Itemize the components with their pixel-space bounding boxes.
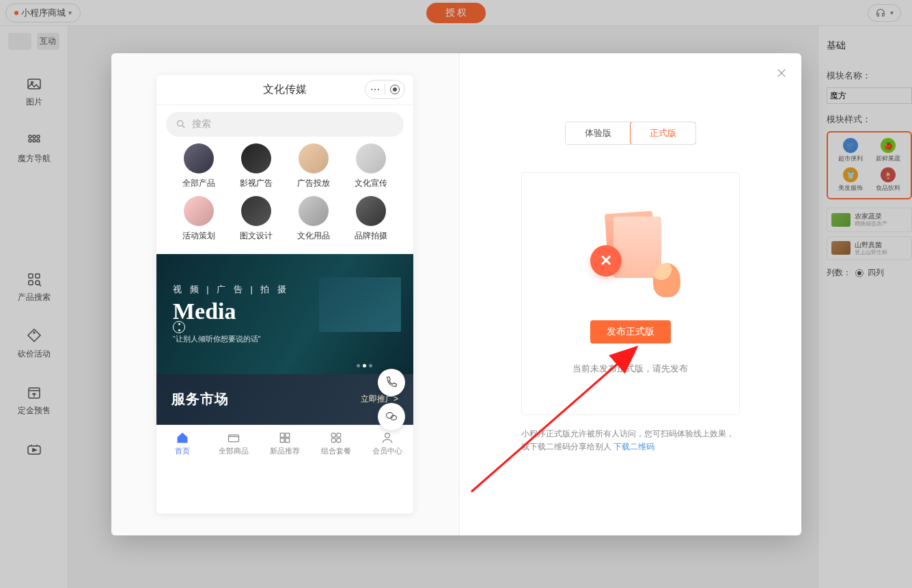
svg-rect-18: [228, 434, 238, 441]
version-tabs: 体验版 正式版: [565, 122, 696, 145]
more-icon: ⋯: [370, 84, 380, 95]
svg-rect-24: [337, 433, 341, 437]
close-button[interactable]: [775, 67, 788, 82]
service-market-bar[interactable]: 服务市场 立即推广>: [156, 374, 413, 425]
category-item[interactable]: 图文设计: [227, 196, 285, 242]
float-buttons: [378, 369, 405, 430]
category-icon: [356, 143, 386, 173]
svg-rect-20: [286, 433, 290, 437]
search-input[interactable]: 搜索: [166, 112, 404, 137]
publish-production-button[interactable]: 发布正式版: [590, 320, 671, 344]
svg-rect-25: [332, 438, 336, 442]
category-icon: [356, 196, 386, 226]
close-icon: [775, 67, 788, 79]
home-icon: [176, 431, 189, 445]
tab-member[interactable]: 会员中心: [362, 425, 413, 462]
category-item[interactable]: 影视广告: [227, 143, 285, 189]
bundle-icon: [329, 431, 343, 445]
publish-hint: 小程序正式版允许被所有人访问，您可扫码体验线上效果，或下载二维码分享给别人 下载…: [521, 428, 740, 453]
category-icon: [184, 143, 214, 173]
publish-modal: 文化传媒 ⋯ 搜索 全部产品 影视广告 广告投放: [111, 53, 801, 535]
capsule-menu-button[interactable]: ⋯: [365, 81, 385, 98]
search-bar-wrap: 搜索: [156, 105, 413, 143]
banner-line1: 视 频 | 广 告 | 拍 摄: [173, 283, 397, 296]
user-icon: [381, 431, 394, 445]
tab-new[interactable]: 新品推荐: [259, 425, 310, 462]
grid-icon: [278, 431, 292, 445]
category-item[interactable]: 全部产品: [170, 143, 227, 189]
svg-rect-23: [332, 433, 336, 437]
category-icon: [299, 196, 329, 226]
capsule-close-button[interactable]: [385, 81, 404, 98]
download-qr-link[interactable]: 下载二维码: [613, 442, 654, 451]
category-icon: [299, 143, 329, 173]
bottom-tab-bar: 首页 全部商品 新品推荐 组合套餐 会员中心: [156, 425, 413, 462]
publish-panel: 体验版 正式版 ✕ 发布正式版 当前未发布正式版，请先发布 小程序正式版允许被所…: [460, 53, 801, 535]
target-icon: [390, 85, 400, 94]
svg-rect-21: [280, 438, 284, 442]
category-icon: [184, 196, 214, 226]
category-item[interactable]: 文化用品: [285, 196, 342, 242]
wallet-icon: [227, 431, 240, 445]
search-placeholder: 搜索: [192, 118, 211, 130]
float-wechat-button[interactable]: [378, 403, 405, 430]
svg-point-27: [385, 433, 390, 438]
float-phone-button[interactable]: [378, 369, 405, 396]
service-title: 服务市场: [171, 390, 229, 408]
category-item[interactable]: 广告投放: [285, 143, 342, 189]
empty-state-illustration: ✕: [586, 212, 675, 301]
phone-icon: [385, 376, 398, 389]
phone-preview-column: 文化传媒 ⋯ 搜索 全部产品 影视广告 广告投放: [111, 53, 460, 535]
tab-production-version[interactable]: 正式版: [630, 122, 696, 145]
category-grid: 全部产品 影视广告 广告投放 文化宣传 活动策划 图文设计 文化用品 品牌拍摄: [156, 143, 413, 250]
category-item[interactable]: 品牌拍摄: [342, 196, 400, 242]
banner-line3: “让别人倾听你想要说的话”: [173, 334, 397, 344]
category-icon: [241, 196, 271, 226]
phone-title: 文化传媒: [263, 83, 307, 97]
modal-overlay: 文化传媒 ⋯ 搜索 全部产品 影视广告 广告投放: [0, 0, 912, 588]
category-icon: [241, 143, 271, 173]
search-icon: [176, 119, 186, 130]
svg-rect-19: [280, 433, 284, 437]
mini-program-capsule: ⋯: [365, 80, 405, 99]
category-item[interactable]: 文化宣传: [342, 143, 400, 189]
carousel-dots: [357, 364, 372, 367]
phone-header: 文化传媒 ⋯: [156, 75, 413, 105]
svg-point-15: [178, 120, 183, 126]
tab-trial-version[interactable]: 体验版: [566, 122, 631, 144]
svg-rect-22: [286, 438, 290, 442]
document-icon: [613, 216, 661, 278]
tab-all-products[interactable]: 全部商品: [208, 425, 259, 462]
svg-rect-26: [337, 438, 341, 442]
phone-frame: 文化传媒 ⋯ 搜索 全部产品 影视广告 广告投放: [156, 75, 413, 514]
publish-status-text: 当前未发布正式版，请先发布: [572, 363, 688, 375]
publish-status-box: ✕ 发布正式版 当前未发布正式版，请先发布: [521, 172, 740, 415]
banner[interactable]: 视 频 | 广 告 | 拍 摄 Media “让别人倾听你想要说的话”: [156, 254, 413, 374]
person-icon: [653, 263, 680, 297]
error-circle-icon: ✕: [590, 245, 622, 277]
wechat-icon: [385, 410, 398, 423]
film-reel-icon: [173, 321, 185, 333]
tab-home[interactable]: 首页: [156, 425, 208, 462]
tab-bundle[interactable]: 组合套餐: [311, 425, 362, 462]
category-item[interactable]: 活动策划: [170, 196, 227, 242]
